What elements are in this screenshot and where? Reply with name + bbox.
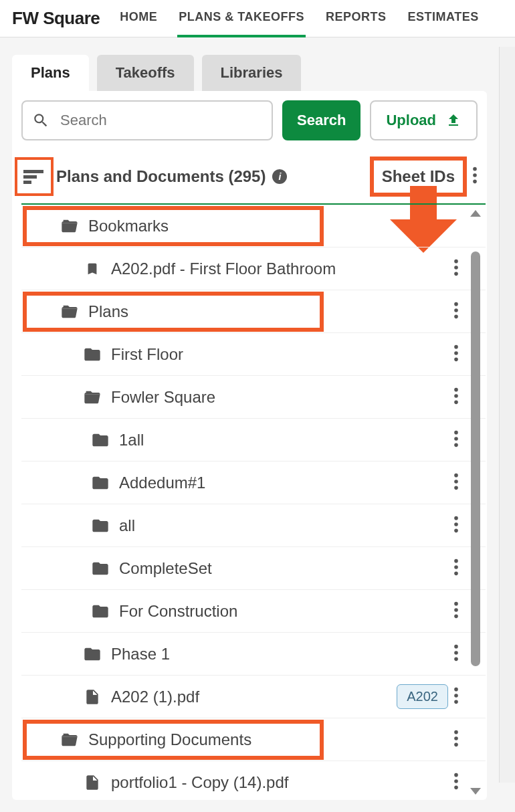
tree-row-label: 1all [119, 431, 448, 449]
folder-open-icon [80, 388, 104, 407]
upload-label: Upload [386, 112, 436, 129]
plans-panel: Search Upload Plans and Documents (295) … [12, 91, 487, 800]
file-icon [80, 772, 104, 793]
tree-row[interactable]: Fowler Square [21, 376, 486, 419]
subtab-plans[interactable]: Plans [12, 55, 89, 91]
tree-row[interactable]: First Floor [21, 333, 486, 376]
tree-row-label: Fowler Square [111, 388, 448, 407]
tree-row[interactable]: Phase 1 [21, 633, 486, 676]
row-options-menu[interactable] [453, 772, 459, 793]
tree-row[interactable]: Bookmarks [21, 205, 486, 247]
row-options-menu[interactable] [453, 301, 459, 322]
search-row: Search Upload [12, 100, 487, 151]
folder-icon [88, 431, 112, 449]
top-navigation: FW Square HOME PLANS & TAKEOFFS REPORTS … [0, 0, 515, 37]
row-options-menu[interactable] [453, 601, 459, 622]
tree-row-label: portfolio1 - Copy (14).pdf [111, 773, 448, 792]
tree-row[interactable]: A202 (1).pdfA202 [21, 676, 486, 718]
subtab-takeoffs[interactable]: Takeoffs [97, 55, 194, 91]
subtabs: Plans Takeoffs Libraries [0, 47, 499, 91]
upload-button[interactable]: Upload [370, 100, 478, 140]
tree-row[interactable]: Plans [21, 290, 486, 333]
tree-row[interactable]: 1all [21, 419, 486, 462]
list-header: Plans and Documents (295) i Sheet IDs [12, 151, 487, 202]
svg-rect-3 [23, 170, 43, 173]
tree-row[interactable]: all [21, 504, 486, 547]
folder-icon [88, 559, 112, 578]
subtab-libraries[interactable]: Libraries [202, 55, 302, 91]
row-options-menu[interactable] [453, 258, 459, 280]
row-options-menu[interactable] [453, 515, 459, 536]
file-icon [80, 686, 104, 708]
search-button[interactable]: Search [282, 100, 360, 140]
scroll-up-arrow-icon[interactable] [470, 210, 481, 217]
tree-row-label: CompleteSet [119, 559, 448, 578]
upload-icon [445, 112, 461, 128]
tree-row-label: Plans [88, 302, 448, 321]
folder-icon [88, 474, 112, 492]
sort-button[interactable] [15, 157, 54, 196]
tree-row-label: Addedum#1 [119, 474, 448, 492]
sheet-id-badge[interactable]: A202 [397, 684, 448, 709]
folder-icon [80, 645, 104, 664]
row-options-menu[interactable] [453, 344, 459, 365]
tree-row-label: A202.pdf - First Floor Bathroom [111, 260, 448, 278]
tree-row[interactable]: A202.pdf - First Floor Bathroom [21, 247, 486, 290]
nav-estimates[interactable]: ESTIMATES [406, 0, 480, 37]
search-input[interactable] [60, 112, 262, 129]
row-options-menu[interactable] [453, 686, 459, 708]
tree-row-label: Phase 1 [111, 645, 448, 664]
tree-row[interactable]: portfolio1 - Copy (14).pdf [21, 761, 486, 800]
nav-home[interactable]: HOME [118, 0, 159, 37]
tree-row-label: Bookmarks [88, 217, 459, 235]
row-options-menu[interactable] [453, 472, 459, 494]
folder-icon [88, 516, 112, 535]
search-box[interactable] [21, 100, 273, 140]
folder-open-icon [58, 302, 82, 321]
right-panel-edge [499, 47, 515, 783]
scroll-track[interactable] [471, 222, 480, 783]
tree-row[interactable]: For Construction [21, 590, 486, 633]
plans-documents-heading: Plans and Documents (295) [56, 167, 266, 186]
sort-icon [23, 167, 45, 186]
nav-plans-takeoffs[interactable]: PLANS & TAKEOFFS [177, 0, 306, 37]
folder-open-icon [58, 217, 82, 235]
row-options-menu[interactable] [453, 729, 459, 750]
row-options-menu[interactable] [453, 558, 459, 579]
tree-row[interactable]: Supporting Documents [21, 718, 486, 761]
tree-row-label: For Construction [119, 602, 448, 621]
tree-row-label: A202 (1).pdf [111, 688, 391, 706]
tree-row[interactable]: Addedum#1 [21, 462, 486, 504]
scroll-down-arrow-icon[interactable] [470, 788, 481, 795]
bookmark-icon [80, 260, 104, 278]
svg-rect-4 [23, 175, 37, 179]
svg-rect-5 [23, 181, 31, 184]
tree-row[interactable]: CompleteSet [21, 547, 486, 590]
tree-scrollbar[interactable] [468, 210, 483, 795]
header-options-menu[interactable] [472, 166, 478, 187]
scroll-thumb[interactable] [471, 251, 480, 666]
app-logo-title: FW Square [12, 8, 100, 29]
folder-icon [80, 345, 104, 364]
nav-reports[interactable]: REPORTS [324, 0, 388, 37]
tree-row-label: all [119, 516, 448, 535]
tree-row-label: First Floor [111, 345, 448, 364]
row-options-menu[interactable] [453, 387, 459, 408]
folder-icon [88, 602, 112, 621]
search-icon [32, 112, 49, 129]
document-tree: BookmarksA202.pdf - First Floor Bathroom… [21, 203, 486, 800]
info-icon[interactable]: i [272, 169, 287, 184]
row-options-menu[interactable] [453, 429, 459, 451]
folder-open-icon [58, 730, 82, 749]
tree-row-label: Supporting Documents [88, 730, 448, 749]
row-options-menu[interactable] [453, 643, 459, 665]
